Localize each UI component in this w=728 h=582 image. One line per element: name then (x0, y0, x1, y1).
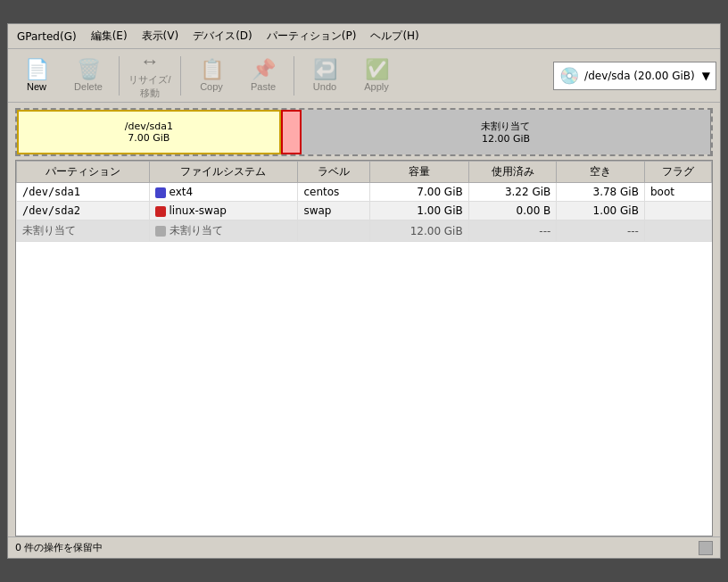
delete-button[interactable]: 🗑️ Delete (63, 53, 113, 99)
fs-color-dot (155, 226, 166, 237)
statusbar-text: 0 件の操作を保留中 (15, 541, 103, 554)
cell-partition-name: /dev/sda2 (17, 202, 150, 220)
menu-help[interactable]: ヘルプ(H) (365, 27, 424, 46)
device-selector[interactable]: 💿 /dev/sda (20.00 GiB) ▼ (553, 62, 716, 90)
copy-icon: 📋 (200, 60, 224, 79)
apply-icon: ✅ (365, 60, 389, 79)
cell-partition-name: 未割り当て (17, 220, 150, 242)
col-free: 空き (557, 162, 645, 183)
cell-used: 3.22 GiB (468, 183, 557, 202)
paste-label: Paste (251, 81, 276, 92)
cell-label: swap (298, 202, 370, 220)
undo-label: Undo (313, 81, 336, 92)
cell-partition-name: /dev/sda1 (17, 183, 150, 202)
cell-filesystem: 未割り当て (149, 220, 298, 242)
apply-button[interactable]: ✅ Apply (352, 53, 401, 99)
resize-button[interactable]: ↔️ リサイズ/移動 (125, 53, 175, 99)
new-button[interactable]: 📄 New (12, 53, 62, 99)
paste-icon: 📌 (252, 60, 276, 79)
col-label: ラベル (298, 162, 370, 183)
cell-free: --- (557, 220, 645, 242)
disk-visual: /dev/sda1 7.00 GiB 未割り当て 12.00 GiB (15, 108, 713, 156)
resize-label: リサイズ/移動 (128, 73, 172, 100)
disk-sda1-label: /dev/sda1 (125, 121, 173, 132)
cell-flags: boot (644, 183, 711, 202)
menu-device[interactable]: デバイス(D) (187, 27, 258, 46)
menu-view[interactable]: 表示(V) (136, 27, 185, 46)
table-row[interactable]: 未割り当て未割り当て12.00 GiB------ (17, 220, 712, 242)
table-row[interactable]: /dev/sda1ext4centos7.00 GiB3.22 GiB3.78 … (17, 183, 712, 202)
cell-size: 12.00 GiB (370, 220, 468, 242)
apply-label: Apply (364, 81, 389, 92)
cell-label (298, 220, 370, 242)
menubar: GParted(G) 編集(E) 表示(V) デバイス(D) パーティション(P… (8, 24, 720, 49)
statusbar-resize-handle[interactable] (699, 541, 713, 555)
cell-used: --- (468, 220, 557, 242)
col-size: 容量 (370, 162, 468, 183)
disk-unallocated-label: 未割り当て (481, 120, 530, 133)
toolbar-separator-1 (119, 56, 120, 96)
col-filesystem: ファイルシステム (149, 162, 298, 183)
cell-flags (644, 202, 711, 220)
partition-table: パーティション ファイルシステム ラベル 容量 使用済み 空き フラグ /dev… (15, 160, 713, 536)
toolbar: 📄 New 🗑️ Delete ↔️ リサイズ/移動 📋 Copy 📌 Past… (8, 49, 720, 103)
cell-used: 0.00 B (468, 202, 557, 220)
cell-free: 1.00 GiB (557, 202, 645, 220)
statusbar: 0 件の操作を保留中 (8, 536, 720, 558)
disk-sda1-size: 7.00 GiB (128, 132, 170, 144)
col-used: 使用済み (468, 162, 557, 183)
delete-label: Delete (74, 81, 103, 92)
col-partition: パーティション (17, 162, 150, 183)
copy-label: Copy (200, 81, 223, 92)
cell-size: 7.00 GiB (370, 183, 468, 202)
delete-icon: 🗑️ (77, 60, 101, 79)
cell-filesystem: ext4 (149, 183, 298, 202)
undo-button[interactable]: ↩️ Undo (300, 53, 350, 99)
fs-color-dot (155, 187, 166, 198)
cell-flags (644, 220, 711, 242)
device-label: /dev/sda (20.00 GiB) (584, 70, 695, 82)
toolbar-separator-3 (294, 56, 294, 96)
disk-unallocated-size: 12.00 GiB (482, 133, 530, 145)
disk-sda1-partition[interactable]: /dev/sda1 7.00 GiB (17, 110, 281, 154)
resize-icon: ↔️ (140, 52, 160, 71)
paste-button[interactable]: 📌 Paste (238, 53, 288, 99)
cell-free: 3.78 GiB (557, 183, 645, 202)
new-icon: 📄 (25, 60, 49, 79)
device-dropdown-arrow: ▼ (702, 70, 710, 82)
copy-button[interactable]: 📋 Copy (186, 53, 236, 99)
fs-color-dot (155, 206, 166, 217)
toolbar-separator-2 (180, 56, 181, 96)
disk-sda2-partition[interactable] (281, 110, 302, 154)
cell-filesystem: linux-swap (149, 202, 298, 220)
col-flags: フラグ (644, 162, 711, 183)
menu-edit[interactable]: 編集(E) (86, 27, 133, 46)
table-header-row: パーティション ファイルシステム ラベル 容量 使用済み 空き フラグ (17, 162, 712, 183)
disk-unallocated-partition[interactable]: 未割り当て 12.00 GiB (302, 110, 711, 154)
new-label: New (27, 81, 46, 92)
menu-gparted[interactable]: GParted(G) (12, 29, 82, 45)
undo-icon: ↩️ (313, 60, 337, 79)
cell-label: centos (298, 183, 370, 202)
menu-partition[interactable]: パーティション(P) (261, 27, 362, 46)
cell-size: 1.00 GiB (370, 202, 468, 220)
table-row[interactable]: /dev/sda2linux-swapswap1.00 GiB0.00 B1.0… (17, 202, 712, 220)
device-icon: 💿 (559, 66, 579, 85)
